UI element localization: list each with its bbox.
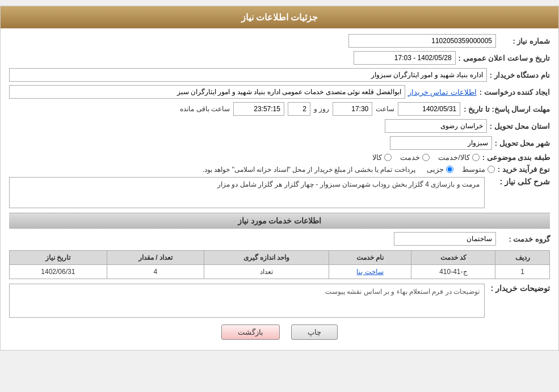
tozihat-textarea[interactable] xyxy=(9,284,485,318)
radio-kala: کالا xyxy=(372,153,392,162)
page-header: جزئیات اطلاعات نیاز xyxy=(1,6,558,28)
service-info-title: اطلاعات خدمات مورد نیاز xyxy=(238,216,322,225)
services-table-section: ردیف کد خدمت نام خدمت واحد اندازه گیری ت… xyxy=(9,250,550,279)
service-info-divider: اطلاعات خدمات مورد نیاز xyxy=(9,213,550,229)
tabaghe-radio-group: کالا/خدمت خدمت کالا xyxy=(372,153,480,162)
radio-khadamat-input[interactable] xyxy=(422,154,430,161)
mohlet-date-input[interactable] xyxy=(398,102,460,116)
shahr-label: شهر محل تحویل : xyxy=(495,139,550,147)
ejad-input[interactable] xyxy=(9,85,405,99)
nooe-farayand-radio-group: متوسط جزیی xyxy=(427,165,495,174)
name-dasgah-label: نام دستگاه خریدار : xyxy=(490,71,550,79)
rooz-input[interactable] xyxy=(288,102,310,116)
shomara-niaz-row: شماره نیاز : xyxy=(9,34,550,48)
tozihat-label: توضیحات خریدار : xyxy=(487,284,550,293)
ostan-input[interactable] xyxy=(385,119,487,133)
radio-jazei: جزیی xyxy=(427,165,453,174)
radio-kala-input[interactable] xyxy=(384,154,392,161)
sharh-koli-textarea[interactable] xyxy=(9,177,485,208)
table-header-row: ردیف کد خدمت نام خدمت واحد اندازه گیری ت… xyxy=(10,251,550,265)
back-button[interactable]: بازگشت xyxy=(221,324,280,340)
jazei-label: جزیی xyxy=(427,165,444,174)
page-title: جزئیات اطلاعات نیاز xyxy=(241,12,318,22)
radio-motawaset: متوسط xyxy=(462,165,495,174)
col-vahed: واحد اندازه گیری xyxy=(204,251,329,265)
kala-label: کالا xyxy=(372,153,382,162)
mohlet-row: مهلت ارسال پاسخ: تا تاریخ : ساعت روز و س… xyxy=(9,102,550,116)
services-table: ردیف کد خدمت نام خدمت واحد اندازه گیری ت… xyxy=(9,250,550,279)
baghimande-label: ساعت باقی مانده xyxy=(180,105,230,113)
ostan-label: استان محل تحویل : xyxy=(490,122,550,130)
tarikh-elaan-label: تاریخ و ساعت اعلان عمومی : xyxy=(459,54,550,62)
name-dasgah-input[interactable] xyxy=(9,68,487,82)
cell-tarikh: 1402/06/31 xyxy=(10,265,107,279)
col-name-khadamat: نام خدمت xyxy=(329,251,411,265)
nooe-farayand-row: نوع فرآیند خرید : متوسط جزیی پرداخت تمام… xyxy=(9,165,550,174)
kala-khadamat-label: کالا/خدمت xyxy=(438,153,470,162)
group-khadamat-label: گروه خدمت : xyxy=(499,235,550,243)
radio-kala-khadamat-input[interactable] xyxy=(472,154,480,161)
print-button[interactable]: چاپ xyxy=(291,324,338,340)
radio-motawaset-input[interactable] xyxy=(487,166,495,173)
col-tedad: تعداد / مقدار xyxy=(107,251,204,265)
radio-kala-khadamat: کالا/خدمت xyxy=(438,153,480,162)
shahr-input[interactable] xyxy=(390,136,492,150)
cell-radif: 1 xyxy=(495,265,550,279)
buttons-row: چاپ بازگشت xyxy=(9,324,550,340)
table-row: 1 ج-41-410 ساخت بنا تعداد 4 1402/06/31 xyxy=(10,265,550,279)
ejad-link[interactable]: اطلاعات تماس خریدار xyxy=(408,88,477,96)
tabaghe-row: طبقه بندی موضوعی : کالا/خدمت خدمت کالا xyxy=(9,153,550,162)
cell-name[interactable]: ساخت بنا xyxy=(329,265,411,279)
cell-vahed: تعداد xyxy=(204,265,329,279)
tozihat-row: توضیحات خریدار : xyxy=(9,284,550,318)
content-area: شماره نیاز : تاریخ و ساعت اعلان عمومی : … xyxy=(1,28,558,350)
motawaset-label: متوسط xyxy=(462,165,485,174)
tarikh-elaan-row: تاریخ و ساعت اعلان عمومی : xyxy=(9,51,550,65)
mohlet-saat-input[interactable] xyxy=(333,102,372,116)
tabaghe-label: طبقه بندی موضوعی : xyxy=(482,153,550,162)
group-khadamat-input[interactable] xyxy=(394,232,496,246)
shomara-niaz-label: شماره نیاز : xyxy=(499,37,550,45)
rooz-label: روز و xyxy=(314,105,329,113)
radio-jazei-input[interactable] xyxy=(446,166,453,173)
sharh-koli-row: شرح کلی نیاز : xyxy=(9,177,550,208)
ejad-label: ایجاد کننده درخواست : xyxy=(480,88,550,96)
name-dasgah-row: نام دستگاه خریدار : xyxy=(9,68,550,82)
sharh-koli-label: شرح کلی نیاز : xyxy=(487,177,550,186)
tozihat-wrap xyxy=(9,284,485,318)
mohlet-label: مهلت ارسال پاسخ: تا تاریخ : xyxy=(464,105,550,113)
shahr-row: شهر محل تحویل : xyxy=(9,136,550,150)
baghimande-input[interactable] xyxy=(233,102,284,116)
saat-label: ساعت xyxy=(376,105,394,113)
nooe-note: پرداخت تمام یا بخشی از مبلغ خریدار از مح… xyxy=(203,166,415,174)
radio-khadamat: خدمت xyxy=(400,153,430,162)
cell-kod: ج-41-410 xyxy=(411,265,495,279)
ostan-row: استان محل تحویل : xyxy=(9,119,550,133)
shomara-niaz-input[interactable] xyxy=(348,34,496,48)
ejad-row: ایجاد کننده درخواست : اطلاعات تماس خریدا… xyxy=(9,85,550,99)
col-kod-khadamat: کد خدمت xyxy=(411,251,495,265)
col-tarikh: تاریخ نیاز xyxy=(10,251,107,265)
page-container: جزئیات اطلاعات نیاز شماره نیاز : تاریخ و… xyxy=(0,6,559,351)
cell-tedad: 4 xyxy=(107,265,204,279)
nooe-farayand-label: نوع فرآیند خرید : xyxy=(498,165,550,174)
sharh-koli-wrap xyxy=(9,177,485,208)
tarikh-elaan-input[interactable] xyxy=(354,51,456,65)
col-radif: ردیف xyxy=(495,251,550,265)
khadamat-label: خدمت xyxy=(400,153,420,162)
group-khadamat-row: گروه خدمت : xyxy=(9,232,550,246)
